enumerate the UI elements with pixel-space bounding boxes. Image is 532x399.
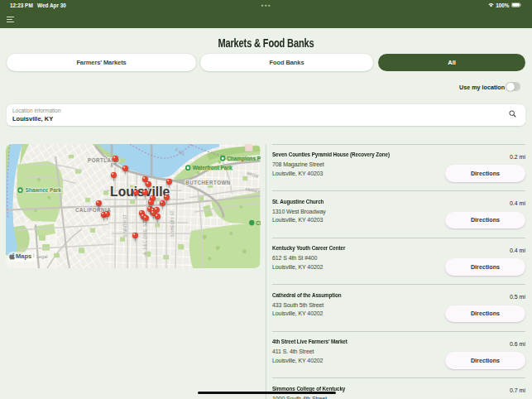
svg-text:S SHELBY ST: S SHELBY ST <box>171 210 175 237</box>
svg-text:Champions Park: Champions Park <box>228 155 261 161</box>
svg-text:Waterfront Park: Waterfront Park <box>193 165 232 171</box>
svg-text:BUTCHERTOWN: BUTCHERTOWN <box>186 179 232 185</box>
svg-text:Shawnee Park: Shawnee Park <box>26 187 62 193</box>
svg-text:Che: Che <box>256 219 261 225</box>
svg-text:Louisville: Louisville <box>111 183 170 199</box>
svg-text:S NINTH ST: S NINTH ST <box>124 214 128 237</box>
